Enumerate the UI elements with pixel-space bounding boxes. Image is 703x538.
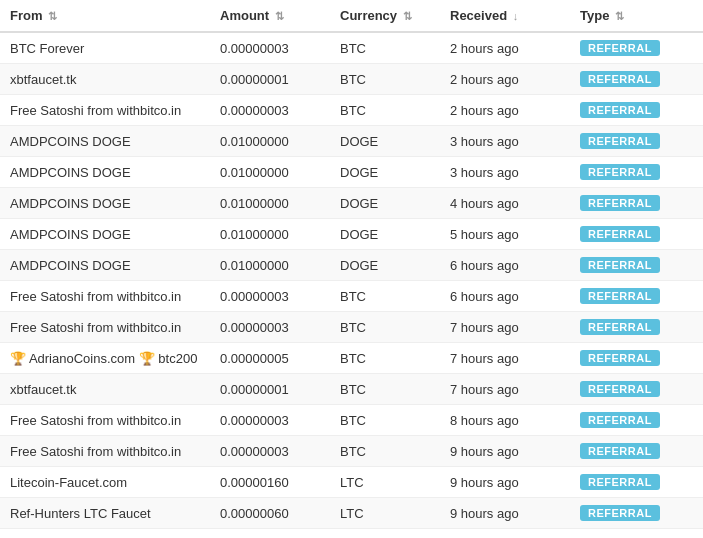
referral-badge: REFERRAL (580, 412, 660, 428)
cell-currency: BTC (330, 405, 440, 436)
cell-received: 6 hours ago (440, 250, 570, 281)
referral-badge: REFERRAL (580, 505, 660, 521)
col-header-received[interactable]: Received ↓ (440, 0, 570, 32)
cell-currency: LTC (330, 467, 440, 498)
cell-from: Ref-Hunters LTC Faucet (0, 498, 210, 529)
cell-received: 2 hours ago (440, 64, 570, 95)
cell-received: 9 hours ago (440, 467, 570, 498)
cell-amount: 0.00000003 (210, 312, 330, 343)
cell-type: REFERRAL (570, 436, 703, 467)
table-row: Free Satoshi from withbitco.in0.00000003… (0, 95, 703, 126)
cell-amount: 0.00000003 (210, 95, 330, 126)
cell-type: REFERRAL (570, 188, 703, 219)
cell-amount: 0.01000000 (210, 188, 330, 219)
cell-amount: 0.00000160 (210, 467, 330, 498)
cell-currency: DOGE (330, 250, 440, 281)
cell-from: AMDPCOINS DOGE (0, 157, 210, 188)
cell-from: Free Satoshi from withbitco.in (0, 281, 210, 312)
table-row: AMDPCOINS DOGE0.01000000DOGE4 hours agoR… (0, 188, 703, 219)
cell-from: 🏆 AdrianoCoins.com 🏆 btc200 (0, 343, 210, 374)
cell-from: xbtfaucet.tk (0, 374, 210, 405)
transactions-table: From ⇅ Amount ⇅ Currency ⇅ Received ↓ Ty… (0, 0, 703, 529)
referral-badge: REFERRAL (580, 381, 660, 397)
cell-received: 5 hours ago (440, 219, 570, 250)
cell-currency: BTC (330, 95, 440, 126)
col-header-type[interactable]: Type ⇅ (570, 0, 703, 32)
cell-type: REFERRAL (570, 281, 703, 312)
cell-type: REFERRAL (570, 126, 703, 157)
cell-type: REFERRAL (570, 405, 703, 436)
cell-type: REFERRAL (570, 312, 703, 343)
cell-currency: BTC (330, 343, 440, 374)
cell-received: 7 hours ago (440, 312, 570, 343)
cell-currency: BTC (330, 64, 440, 95)
cell-currency: BTC (330, 436, 440, 467)
cell-from: BTC Forever (0, 32, 210, 64)
cell-received: 6 hours ago (440, 281, 570, 312)
cell-from: AMDPCOINS DOGE (0, 219, 210, 250)
table-row: AMDPCOINS DOGE0.01000000DOGE3 hours agoR… (0, 126, 703, 157)
cell-currency: BTC (330, 281, 440, 312)
col-header-currency[interactable]: Currency ⇅ (330, 0, 440, 32)
cell-currency: DOGE (330, 219, 440, 250)
cell-type: REFERRAL (570, 343, 703, 374)
cell-amount: 0.01000000 (210, 250, 330, 281)
referral-badge: REFERRAL (580, 257, 660, 273)
cell-currency: DOGE (330, 188, 440, 219)
table-row: Free Satoshi from withbitco.in0.00000003… (0, 312, 703, 343)
referral-badge: REFERRAL (580, 102, 660, 118)
cell-currency: LTC (330, 498, 440, 529)
table-row: Free Satoshi from withbitco.in0.00000003… (0, 436, 703, 467)
cell-amount: 0.00000003 (210, 281, 330, 312)
cell-from: Litecoin-Faucet.com (0, 467, 210, 498)
table-row: xbtfaucet.tk0.00000001BTC2 hours agoREFE… (0, 64, 703, 95)
cell-received: 3 hours ago (440, 126, 570, 157)
col-amount-sort-icon[interactable]: ⇅ (275, 10, 284, 22)
cell-type: REFERRAL (570, 32, 703, 64)
cell-received: 9 hours ago (440, 436, 570, 467)
cell-amount: 0.01000000 (210, 157, 330, 188)
cell-from: Free Satoshi from withbitco.in (0, 405, 210, 436)
cell-type: REFERRAL (570, 95, 703, 126)
referral-badge: REFERRAL (580, 133, 660, 149)
col-currency-label: Currency (340, 8, 397, 23)
cell-from: Free Satoshi from withbitco.in (0, 95, 210, 126)
cell-from: xbtfaucet.tk (0, 64, 210, 95)
cell-from: AMDPCOINS DOGE (0, 250, 210, 281)
referral-badge: REFERRAL (580, 40, 660, 56)
col-amount-label: Amount (220, 8, 269, 23)
col-from-sort-icon[interactable]: ⇅ (48, 10, 57, 22)
cell-currency: BTC (330, 374, 440, 405)
referral-badge: REFERRAL (580, 195, 660, 211)
table-row: 🏆 AdrianoCoins.com 🏆 btc2000.00000005BTC… (0, 343, 703, 374)
col-received-label: Received (450, 8, 507, 23)
col-header-from[interactable]: From ⇅ (0, 0, 210, 32)
table-row: AMDPCOINS DOGE0.01000000DOGE6 hours agoR… (0, 250, 703, 281)
table-row: xbtfaucet.tk0.00000001BTC7 hours agoREFE… (0, 374, 703, 405)
cell-amount: 0.00000060 (210, 498, 330, 529)
table-row: AMDPCOINS DOGE0.01000000DOGE3 hours agoR… (0, 157, 703, 188)
table-row: BTC Forever0.00000003BTC2 hours agoREFER… (0, 32, 703, 64)
cell-currency: BTC (330, 312, 440, 343)
table-row: Litecoin-Faucet.com0.00000160LTC9 hours … (0, 467, 703, 498)
cell-from: Free Satoshi from withbitco.in (0, 312, 210, 343)
referral-badge: REFERRAL (580, 443, 660, 459)
cell-received: 3 hours ago (440, 157, 570, 188)
referral-badge: REFERRAL (580, 288, 660, 304)
cell-type: REFERRAL (570, 157, 703, 188)
col-type-sort-icon[interactable]: ⇅ (615, 10, 624, 22)
referral-badge: REFERRAL (580, 350, 660, 366)
cell-amount: 0.00000005 (210, 343, 330, 374)
referral-badge: REFERRAL (580, 226, 660, 242)
table-row: Ref-Hunters LTC Faucet0.00000060LTC9 hou… (0, 498, 703, 529)
cell-type: REFERRAL (570, 467, 703, 498)
cell-received: 8 hours ago (440, 405, 570, 436)
referral-badge: REFERRAL (580, 71, 660, 87)
col-received-sort-icon[interactable]: ↓ (513, 10, 519, 22)
col-from-label: From (10, 8, 43, 23)
cell-received: 4 hours ago (440, 188, 570, 219)
col-header-amount[interactable]: Amount ⇅ (210, 0, 330, 32)
referral-badge: REFERRAL (580, 164, 660, 180)
table-row: Free Satoshi from withbitco.in0.00000003… (0, 281, 703, 312)
col-currency-sort-icon[interactable]: ⇅ (403, 10, 412, 22)
